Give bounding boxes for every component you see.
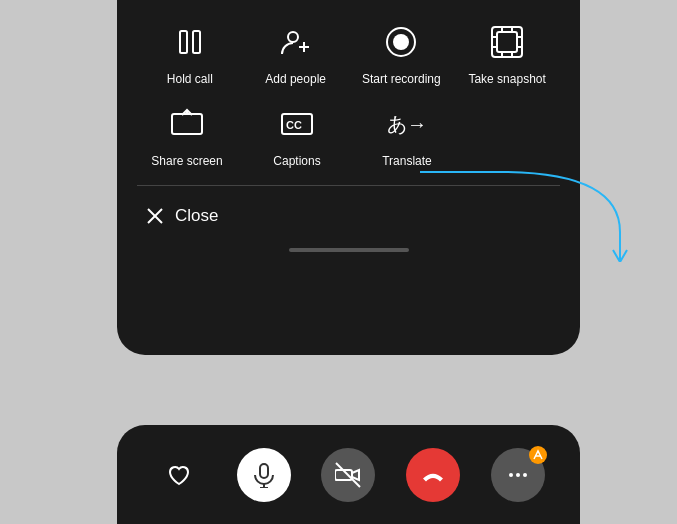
record-icon [379, 20, 423, 64]
svg-point-28 [516, 473, 520, 477]
more-badge [529, 446, 547, 464]
translate-label: Translate [382, 154, 432, 168]
person-add-icon [274, 20, 318, 64]
more-button[interactable] [491, 448, 545, 502]
svg-point-6 [393, 34, 409, 50]
svg-rect-23 [260, 464, 268, 478]
snapshot-icon [485, 20, 529, 64]
add-people-button[interactable]: Add people [246, 20, 346, 86]
translate-icon: あ→ [385, 102, 429, 146]
action-row-2: Share screen CC Captions あ→ Translate [117, 94, 580, 176]
svg-point-29 [523, 473, 527, 477]
svg-rect-8 [497, 32, 517, 52]
svg-line-26 [336, 463, 360, 487]
share-screen-icon [165, 102, 209, 146]
translate-button[interactable]: あ→ Translate [357, 102, 457, 168]
svg-point-2 [288, 32, 298, 42]
pause-icon [168, 20, 212, 64]
action-row-1: Hold call Add people Start [117, 12, 580, 94]
take-snapshot-button[interactable]: Take snapshot [457, 20, 557, 86]
take-snapshot-label: Take snapshot [468, 72, 545, 86]
close-label: Close [175, 206, 218, 226]
close-button[interactable]: Close [117, 194, 580, 238]
top-phone-panel: Hold call Add people Start [117, 0, 580, 355]
start-recording-button[interactable]: Start recording [351, 20, 451, 86]
start-recording-label: Start recording [362, 72, 441, 86]
add-people-label: Add people [265, 72, 326, 86]
video-button[interactable] [321, 448, 375, 502]
svg-rect-17 [172, 114, 202, 134]
microphone-button[interactable] [237, 448, 291, 502]
home-indicator [289, 248, 409, 252]
svg-point-27 [509, 473, 513, 477]
captions-label: Captions [273, 154, 320, 168]
hold-call-label: Hold call [167, 72, 213, 86]
divider [137, 185, 560, 186]
cc-icon: CC [275, 102, 319, 146]
end-call-button[interactable] [406, 448, 460, 502]
share-screen-label: Share screen [151, 154, 222, 168]
share-screen-button[interactable]: Share screen [137, 102, 237, 168]
captions-button[interactable]: CC Captions [247, 102, 347, 168]
bottom-phone-panel [117, 425, 580, 524]
svg-text:CC: CC [286, 119, 302, 131]
svg-rect-0 [180, 31, 187, 53]
hold-call-button[interactable]: Hold call [140, 20, 240, 86]
heart-button[interactable] [152, 448, 206, 502]
svg-rect-1 [193, 31, 200, 53]
close-icon [145, 206, 165, 226]
